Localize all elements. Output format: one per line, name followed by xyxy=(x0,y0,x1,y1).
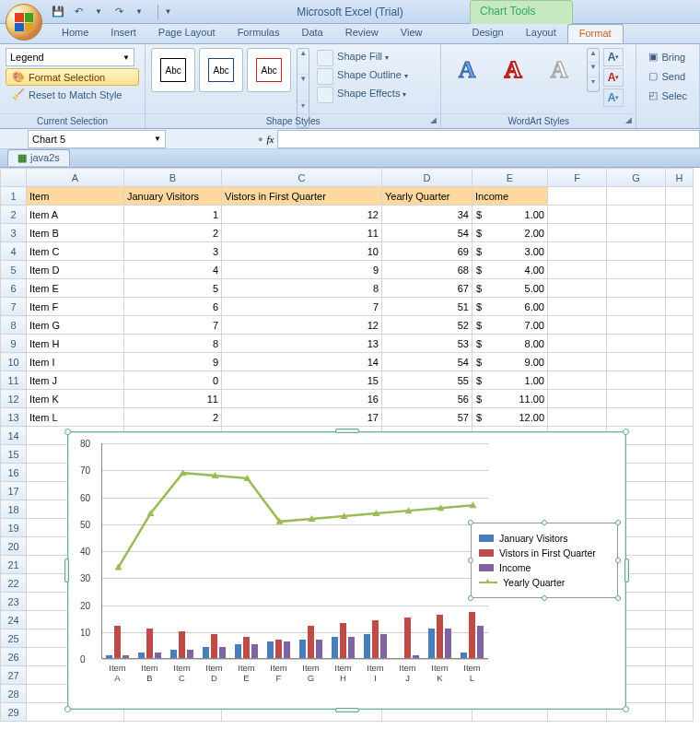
cell[interactable] xyxy=(666,427,694,445)
row-header[interactable]: 21 xyxy=(1,556,27,574)
row-header[interactable]: 19 xyxy=(1,519,27,537)
select-all-corner[interactable] xyxy=(1,169,27,187)
shape-fill-button[interactable]: Shape Fill ▾ xyxy=(315,48,410,65)
cell[interactable]: 16 xyxy=(222,390,382,408)
shape-style-2[interactable]: Abc xyxy=(199,48,243,92)
row-header[interactable]: 13 xyxy=(1,408,27,427)
legend-handle[interactable] xyxy=(468,595,473,601)
col-header-C[interactable]: C xyxy=(222,169,382,187)
col-header-F[interactable]: F xyxy=(548,169,607,187)
row-header[interactable]: 7 xyxy=(1,298,27,316)
cell[interactable] xyxy=(666,224,694,242)
cell[interactable]: Yearly Quarter xyxy=(382,187,472,206)
cell[interactable] xyxy=(666,408,694,427)
cell[interactable] xyxy=(666,335,694,353)
col-header-H[interactable]: H xyxy=(666,169,694,187)
legend-item[interactable]: Income xyxy=(479,562,610,573)
cell[interactable]: 9.00 xyxy=(472,353,548,371)
row-header[interactable]: 9 xyxy=(1,335,27,353)
legend-handle[interactable] xyxy=(615,595,621,601)
cell[interactable] xyxy=(548,353,607,371)
cell[interactable] xyxy=(666,279,694,298)
cell[interactable] xyxy=(607,279,666,298)
wordart-launcher-icon[interactable]: ◢ xyxy=(623,115,634,126)
legend-item[interactable]: Yearly Quarter xyxy=(479,577,610,588)
cell[interactable] xyxy=(548,261,607,279)
cell[interactable]: Item E xyxy=(27,279,124,298)
row-header[interactable]: 1 xyxy=(1,187,27,206)
cell[interactable]: Item J xyxy=(27,371,124,390)
cell[interactable] xyxy=(666,482,694,500)
cell[interactable]: 52 xyxy=(382,316,472,335)
save-icon[interactable]: 💾 xyxy=(51,5,65,19)
cell[interactable] xyxy=(548,371,607,390)
office-button[interactable] xyxy=(6,4,42,41)
row-header[interactable]: 5 xyxy=(1,261,27,279)
wordart-style-2[interactable]: A xyxy=(493,50,533,90)
cell[interactable]: 34 xyxy=(382,206,472,224)
row-header[interactable]: 24 xyxy=(1,611,27,629)
resize-handle-e[interactable] xyxy=(624,559,629,582)
row-header[interactable]: 11 xyxy=(1,371,27,390)
cell[interactable]: January Visitors xyxy=(124,187,222,206)
cell[interactable] xyxy=(666,445,694,464)
row-header[interactable]: 29 xyxy=(1,703,27,722)
resize-handle-n[interactable] xyxy=(335,429,359,433)
resize-handle-nw[interactable] xyxy=(64,429,71,435)
cell[interactable]: 53 xyxy=(382,335,472,353)
cell[interactable] xyxy=(666,353,694,371)
shape-styles-launcher-icon[interactable]: ◢ xyxy=(427,115,438,126)
tab-insert[interactable]: Insert xyxy=(99,24,147,43)
row-header[interactable]: 10 xyxy=(1,353,27,371)
reset-to-match-style-button[interactable]: 🧹 Reset to Match Style xyxy=(6,86,139,103)
resize-handle-w[interactable] xyxy=(64,559,69,582)
cell[interactable]: 3.00 xyxy=(472,242,548,261)
shape-style-1[interactable]: Abc xyxy=(151,48,195,92)
tab-view[interactable]: View xyxy=(390,24,434,43)
cell[interactable]: 2 xyxy=(124,224,222,242)
cell[interactable]: 13 xyxy=(222,335,382,353)
cell[interactable]: 4 xyxy=(124,261,222,279)
tab-formulas[interactable]: Formulas xyxy=(227,24,291,43)
cell[interactable]: 12 xyxy=(222,316,382,335)
cell[interactable] xyxy=(607,224,666,242)
chart-element-dropdown[interactable]: Legend ▼ xyxy=(6,48,134,66)
cell[interactable] xyxy=(548,206,607,224)
qat-customize-icon[interactable]: ▼ xyxy=(158,5,172,19)
redo-dropdown-icon[interactable]: ▼ xyxy=(132,5,146,19)
col-header-G[interactable]: G xyxy=(607,169,666,187)
tab-format[interactable]: Format xyxy=(567,24,624,43)
cell[interactable]: Item D xyxy=(27,261,124,279)
cell[interactable]: Item F xyxy=(27,298,124,316)
cell[interactable] xyxy=(666,593,694,611)
cell[interactable]: Item B xyxy=(27,224,124,242)
cell[interactable]: 7 xyxy=(222,298,382,316)
cell[interactable] xyxy=(548,187,607,206)
cell[interactable] xyxy=(666,574,694,593)
col-header-A[interactable]: A xyxy=(27,169,124,187)
row-header[interactable]: 15 xyxy=(1,445,27,464)
cell[interactable] xyxy=(607,242,666,261)
row-header[interactable]: 27 xyxy=(1,666,27,685)
cell[interactable]: 1.00 xyxy=(472,371,548,390)
resize-handle-ne[interactable] xyxy=(623,429,629,435)
col-header-D[interactable]: D xyxy=(382,169,472,187)
cell[interactable]: 67 xyxy=(382,279,472,298)
cell[interactable]: 5.00 xyxy=(472,279,548,298)
row-header[interactable]: 16 xyxy=(1,464,27,482)
text-fill-button[interactable]: A▾ xyxy=(603,48,624,66)
cell[interactable]: 17 xyxy=(222,408,382,427)
cell[interactable]: Item I xyxy=(27,353,124,371)
cell[interactable] xyxy=(607,353,666,371)
cell[interactable] xyxy=(607,335,666,353)
row-header[interactable]: 4 xyxy=(1,242,27,261)
cell[interactable]: 14 xyxy=(222,353,382,371)
wordart-gallery[interactable]: A A A ▲▼▾ xyxy=(447,48,600,92)
cell[interactable]: 11.00 xyxy=(472,390,548,408)
cell[interactable]: 9 xyxy=(222,261,382,279)
row-header[interactable]: 23 xyxy=(1,593,27,611)
cell[interactable] xyxy=(548,335,607,353)
cell[interactable]: Item L xyxy=(27,408,124,427)
cell[interactable]: 2 xyxy=(124,408,222,427)
cell[interactable] xyxy=(548,298,607,316)
